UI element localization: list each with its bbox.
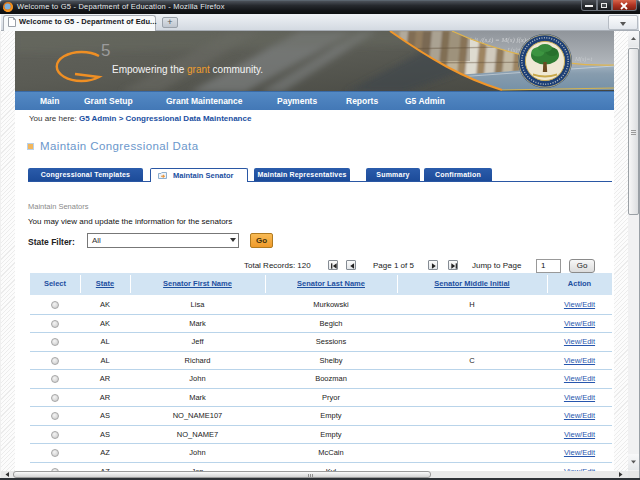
svg-text:5: 5 (101, 41, 110, 60)
svg-text:Empowering the grant community: Empowering the grant community. (112, 64, 263, 75)
svg-text:M(s)=t: M(s)=t (574, 56, 592, 63)
